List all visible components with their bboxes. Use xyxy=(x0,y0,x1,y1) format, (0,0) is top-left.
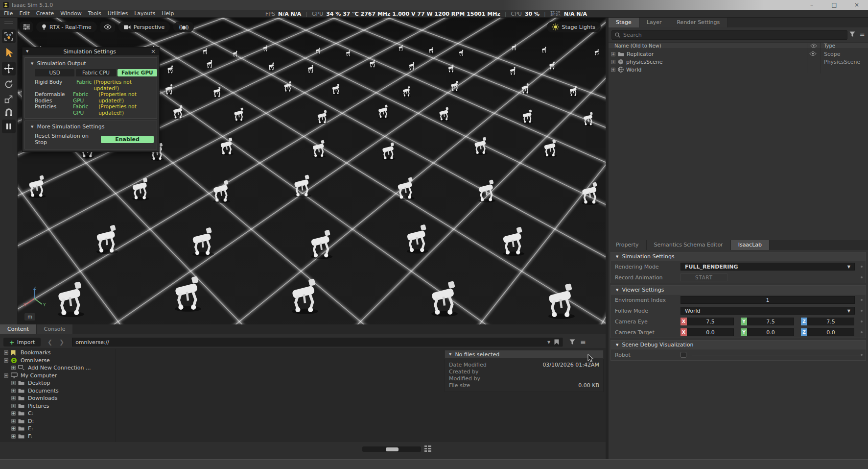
menu-tools[interactable]: Tools xyxy=(88,10,101,17)
more-settings-header[interactable]: ▼ More Simulation Settings xyxy=(28,123,154,131)
environment-index-input[interactable]: 1 xyxy=(680,296,855,304)
stage-lights-button[interactable]: Stage Lights xyxy=(547,22,601,32)
expand-icon[interactable]: + xyxy=(11,426,16,431)
scale-tool-icon[interactable] xyxy=(2,92,16,106)
tab-semantics-schema-editor[interactable]: Semantics Schema Editor xyxy=(647,240,731,250)
expand-icon[interactable]: + xyxy=(11,434,16,439)
search-input[interactable]: Search xyxy=(611,30,847,40)
minimize-button[interactable]: – xyxy=(800,0,823,10)
tree-item-desktop[interactable]: +Desktop xyxy=(0,379,116,387)
maximize-button[interactable]: □ xyxy=(823,0,845,10)
tree-item-add-new-connection-[interactable]: +Add New Connection ... xyxy=(0,364,116,372)
tree-item-pictures[interactable]: +Pictures xyxy=(0,402,116,410)
select-tool-icon[interactable] xyxy=(2,46,16,60)
expand-icon[interactable]: + xyxy=(611,60,615,64)
expand-icon[interactable]: + xyxy=(11,419,16,423)
start-record-button[interactable]: START xyxy=(680,273,727,281)
visibility-button[interactable] xyxy=(100,22,115,32)
follow-mode-dropdown[interactable]: World ▼ xyxy=(680,307,855,315)
expand-icon[interactable]: + xyxy=(11,381,16,385)
pause-button[interactable] xyxy=(2,120,16,133)
camera-target-x-input[interactable]: 0.0 xyxy=(687,328,734,336)
menu-window[interactable]: Window xyxy=(60,10,81,17)
prim-name[interactable]: Replicator xyxy=(627,51,654,57)
expand-icon[interactable]: + xyxy=(11,396,16,400)
stage-row-world[interactable]: +World xyxy=(609,66,868,74)
expand-icon[interactable]: + xyxy=(11,404,16,408)
file-details-header[interactable]: ▼ No files selected xyxy=(445,350,604,359)
tab-stage[interactable]: Stage xyxy=(609,18,639,27)
name-column-header[interactable]: Name (Old to New) xyxy=(614,43,661,49)
tab-layer[interactable]: Layer xyxy=(639,18,670,27)
tree-item-label[interactable]: F: xyxy=(28,433,32,440)
camera-eye-x-input[interactable]: 7.5 xyxy=(687,318,734,325)
type-column-header[interactable]: Type xyxy=(824,43,835,49)
reset-property-dot[interactable] xyxy=(861,299,863,301)
tree-item-e-[interactable]: +E: xyxy=(0,425,116,433)
address-bar-input[interactable]: omniverse:// ▼ xyxy=(72,338,563,346)
viewport-settings-button[interactable] xyxy=(20,22,33,32)
unit-chip[interactable]: m xyxy=(24,313,35,321)
camera-target-z-input[interactable]: 0.0 xyxy=(807,328,854,336)
expand-icon[interactable]: + xyxy=(611,52,615,56)
mode-usd[interactable]: USD xyxy=(35,69,74,76)
reset-property-dot[interactable] xyxy=(861,321,863,322)
tab-isaaclab[interactable]: IsaacLab xyxy=(731,240,770,250)
rotate-tool-icon[interactable] xyxy=(2,77,16,91)
simulation-output-header[interactable]: ▼ Simulation Output xyxy=(28,59,154,68)
toolbar-grip[interactable] xyxy=(4,21,13,25)
stage-column-header[interactable]: Name (Old to New) Type xyxy=(609,42,868,49)
expand-icon[interactable]: + xyxy=(11,366,16,370)
camera-eye-z-input[interactable]: 7.5 xyxy=(807,318,854,325)
tree-item-f-[interactable]: +F: xyxy=(0,433,116,441)
snap-tool-icon[interactable] xyxy=(2,106,16,120)
dialog-close-icon[interactable]: × xyxy=(151,48,156,55)
reset-property-dot[interactable] xyxy=(861,276,863,278)
tab-property[interactable]: Property xyxy=(609,240,647,250)
prim-name[interactable]: physicsScene xyxy=(626,59,663,65)
viewer-settings-header[interactable]: ▼ Viewer Settings xyxy=(611,286,866,295)
expand-icon[interactable]: + xyxy=(11,411,16,416)
rendering-mode-dropdown[interactable]: FULL_RENDERING ▼ xyxy=(680,263,855,271)
reset-property-dot[interactable] xyxy=(861,266,863,268)
tree-item-label[interactable]: E: xyxy=(28,425,33,432)
simulation-settings-header[interactable]: ▼ Simulation Settings xyxy=(611,252,866,261)
axis-gizmo[interactable]: Z X Y xyxy=(22,287,47,311)
import-button[interactable]: + Import xyxy=(3,338,41,346)
camera-eye-y-input[interactable]: 7.5 xyxy=(747,318,794,325)
expand-icon[interactable]: + xyxy=(611,68,615,72)
scene-debug-header[interactable]: ▼ Scene Debug Visualization xyxy=(611,341,866,349)
expand-icon[interactable]: − xyxy=(4,350,8,355)
tab-render-settings[interactable]: Render Settings xyxy=(669,18,727,27)
menu-help[interactable]: Help xyxy=(162,10,174,17)
tree-item-documents[interactable]: +Documents xyxy=(0,387,116,395)
prim-name[interactable]: World xyxy=(626,67,642,73)
view-mode-icon[interactable] xyxy=(424,445,432,453)
tree-item-label[interactable]: Desktop xyxy=(28,380,50,386)
tree-item-label[interactable]: Documents xyxy=(28,388,59,394)
camera-target-y-input[interactable]: 0.0 xyxy=(747,328,794,336)
tree-item-label[interactable]: Downloads xyxy=(28,395,57,401)
tree-item-downloads[interactable]: +Downloads xyxy=(0,395,116,402)
content-options-icon[interactable]: ≡ xyxy=(580,338,586,346)
tab-console[interactable]: Console xyxy=(37,324,73,334)
expand-icon[interactable]: − xyxy=(4,373,8,378)
filter-icon[interactable] xyxy=(569,339,575,345)
expand-icon[interactable]: + xyxy=(11,389,16,393)
bookmark-icon[interactable] xyxy=(554,339,559,345)
menu-create[interactable]: Create xyxy=(36,10,54,17)
robot-debug-checkbox[interactable] xyxy=(680,352,686,358)
filter-icon[interactable] xyxy=(849,31,855,37)
tree-item-label[interactable]: D: xyxy=(28,418,34,424)
tree-item-label[interactable]: Pictures xyxy=(28,403,49,409)
stage-row-replicator[interactable]: +ReplicatorScope xyxy=(609,50,868,58)
tree-item-label[interactable]: Bookmarks xyxy=(21,349,50,356)
reset-on-stop-toggle[interactable]: Enabled xyxy=(101,136,154,143)
tree-item-label[interactable]: Add New Connection ... xyxy=(28,365,91,371)
expand-icon[interactable]: − xyxy=(4,358,8,363)
reset-property-dot[interactable] xyxy=(861,354,863,356)
tree-item-label[interactable]: Omniverse xyxy=(21,357,50,364)
menu-edit[interactable]: Edit xyxy=(19,10,29,17)
tree-item-my-computer[interactable]: −My Computer xyxy=(0,372,116,380)
menu-utilities[interactable]: Utilities xyxy=(108,10,128,17)
